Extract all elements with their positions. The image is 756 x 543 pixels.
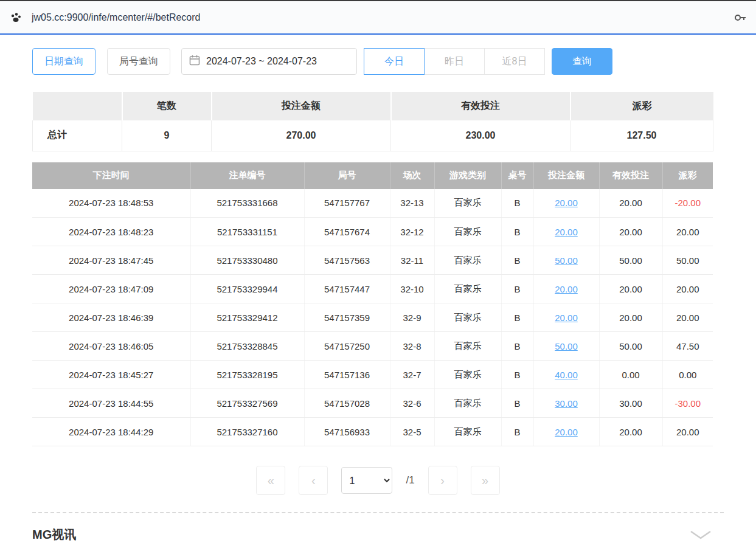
bet-record-table: 下注时间 注单编号 局号 场次 游戏类别 桌号 投注金额 有效投注 派彩 202… [32, 162, 713, 447]
prev-page-button[interactable]: ‹ [299, 466, 328, 495]
cell-round-id: 547157028 [304, 389, 390, 418]
cell-game-type: 百家乐 [434, 418, 501, 446]
cell-game-type: 百家乐 [434, 303, 501, 332]
bet-amount-link[interactable]: 20.00 [555, 313, 578, 323]
chevron-down-icon[interactable] [690, 530, 712, 540]
pagination: « ‹ 1 /1 › » [32, 466, 724, 495]
header-table-no: 桌号 [501, 162, 533, 189]
cell-game-type: 百家乐 [434, 332, 501, 361]
header-bet-id: 注单编号 [190, 162, 304, 189]
bet-amount-link[interactable]: 30.00 [555, 398, 578, 409]
bet-amount-link[interactable]: 20.00 [555, 227, 578, 237]
cell-session: 32-12 [390, 218, 434, 246]
cell-valid-bet: 20.00 [599, 218, 662, 246]
first-page-button[interactable]: « [256, 466, 285, 495]
key-icon[interactable] [733, 10, 747, 25]
cell-round-id: 547157563 [304, 246, 390, 275]
header-bet-amount: 投注金额 [533, 162, 599, 189]
cell-table-no: B [501, 361, 533, 389]
cell-session: 32-11 [390, 246, 434, 275]
header-round-id: 局号 [304, 162, 390, 189]
bet-record-page: 日期查询 局号查询 2024-07-23 ~ 2024-07-23 今日 昨日 … [0, 48, 756, 543]
cell-table-no: B [501, 189, 533, 218]
bet-amount-link[interactable]: 20.00 [555, 198, 578, 208]
table-row: 2024-07-23 18:47:45521753330480547157563… [32, 246, 713, 275]
bet-amount-link[interactable]: 50.00 [555, 255, 578, 266]
cell-round-id: 547157359 [304, 303, 390, 332]
cell-session: 32-9 [390, 303, 434, 332]
cell-bet-amount[interactable]: 20.00 [533, 275, 599, 303]
summary-header-valid-bet: 有效投注 [391, 92, 570, 120]
cell-time: 2024-07-23 18:44:55 [32, 389, 190, 418]
cell-session: 32-6 [390, 389, 434, 418]
cell-round-id: 547156933 [304, 418, 390, 446]
cell-session: 32-7 [390, 361, 434, 389]
cell-payout: 20.00 [662, 218, 713, 246]
table-row: 2024-07-23 18:45:27521753328195547157136… [32, 361, 713, 389]
cell-time: 2024-07-23 18:46:39 [32, 303, 190, 332]
summary-total-payout: 127.50 [570, 120, 713, 151]
cell-valid-bet: 0.00 [599, 361, 662, 389]
url-bar[interactable]: jw05.cc:9900/infe/mcenter/#/betRecord [32, 12, 733, 23]
header-game-type: 游戏类别 [434, 162, 501, 189]
cell-bet-amount[interactable]: 50.00 [533, 246, 599, 275]
header-session: 场次 [390, 162, 434, 189]
today-button[interactable]: 今日 [364, 48, 425, 75]
cell-payout: 20.00 [662, 275, 713, 303]
round-query-tab[interactable]: 局号查询 [107, 48, 170, 75]
bet-table-header-row: 下注时间 注单编号 局号 场次 游戏类别 桌号 投注金额 有效投注 派彩 [32, 162, 713, 189]
bet-amount-link[interactable]: 40.00 [555, 370, 578, 380]
bet-amount-link[interactable]: 50.00 [555, 341, 578, 351]
cell-game-type: 百家乐 [434, 189, 501, 218]
recent-8days-button[interactable]: 近8日 [484, 48, 545, 75]
date-range-picker[interactable]: 2024-07-23 ~ 2024-07-23 [181, 48, 357, 75]
quick-range-group: 今日 昨日 近8日 [364, 48, 545, 75]
cell-game-type: 百家乐 [434, 275, 501, 303]
table-row: 2024-07-23 18:47:09521753329944547157447… [32, 275, 713, 303]
cell-bet-id: 521753329412 [190, 303, 304, 332]
page-select[interactable]: 1 [341, 467, 392, 494]
date-query-tab[interactable]: 日期查询 [32, 48, 95, 75]
cell-bet-amount[interactable]: 20.00 [533, 218, 599, 246]
cell-bet-id: 521753328845 [190, 332, 304, 361]
section-mg-header[interactable]: MG视讯 [32, 513, 724, 543]
browser-bar: jw05.cc:9900/infe/mcenter/#/betRecord [0, 0, 756, 35]
cell-bet-amount[interactable]: 20.00 [533, 189, 599, 218]
cell-bet-amount[interactable]: 30.00 [533, 389, 599, 418]
table-row: 2024-07-23 18:48:53521753331668547157767… [32, 189, 713, 218]
last-page-button[interactable]: » [471, 466, 500, 495]
cell-bet-amount[interactable]: 40.00 [533, 361, 599, 389]
cell-bet-amount[interactable]: 20.00 [533, 418, 599, 446]
cell-valid-bet: 50.00 [599, 332, 662, 361]
cell-time: 2024-07-23 18:44:29 [32, 418, 190, 446]
section-title: MG视讯 [32, 527, 76, 543]
cell-bet-id: 521753328195 [190, 361, 304, 389]
cell-valid-bet: 50.00 [599, 246, 662, 275]
paw-icon[interactable] [9, 10, 23, 25]
cell-valid-bet: 20.00 [599, 418, 662, 446]
summary-total-count: 9 [122, 120, 212, 151]
cell-table-no: B [501, 389, 533, 418]
cell-bet-id: 521753327569 [190, 389, 304, 418]
cell-game-type: 百家乐 [434, 361, 501, 389]
cell-round-id: 547157674 [304, 218, 390, 246]
cell-bet-amount[interactable]: 20.00 [533, 303, 599, 332]
summary-header-row: 笔数 投注金额 有效投注 派彩 [33, 92, 713, 120]
cell-time: 2024-07-23 18:45:27 [32, 361, 190, 389]
summary-table: 笔数 投注金额 有效投注 派彩 总计 9 270.00 230.00 127.5… [32, 92, 713, 151]
summary-total-label: 总计 [33, 120, 122, 151]
bet-amount-link[interactable]: 20.00 [555, 427, 578, 437]
cell-table-no: B [501, 418, 533, 446]
next-page-button[interactable]: › [428, 466, 457, 495]
search-button[interactable]: 查询 [552, 48, 612, 75]
cell-table-no: B [501, 275, 533, 303]
cell-session: 32-10 [390, 275, 434, 303]
cell-game-type: 百家乐 [434, 246, 501, 275]
cell-valid-bet: 20.00 [599, 303, 662, 332]
cell-table-no: B [501, 246, 533, 275]
bet-amount-link[interactable]: 20.00 [555, 284, 578, 294]
cell-round-id: 547157767 [304, 189, 390, 218]
cell-payout: 47.50 [662, 332, 713, 361]
yesterday-button[interactable]: 昨日 [424, 48, 485, 75]
cell-bet-amount[interactable]: 50.00 [533, 332, 599, 361]
